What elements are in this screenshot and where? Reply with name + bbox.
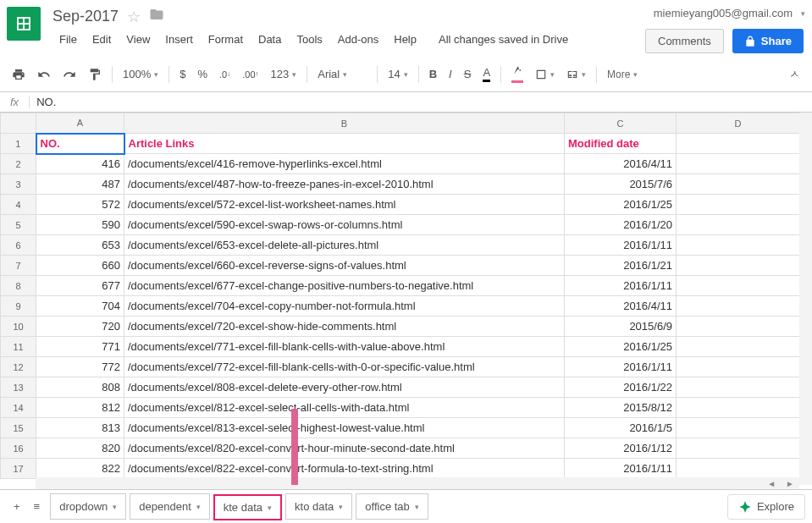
- cell[interactable]: [677, 134, 800, 154]
- cell[interactable]: 720: [36, 317, 124, 337]
- comments-button[interactable]: Comments: [645, 29, 724, 53]
- row-header[interactable]: 7: [1, 256, 36, 276]
- chevron-down-icon[interactable]: ▾: [339, 503, 343, 511]
- row-header[interactable]: 14: [1, 398, 36, 418]
- cell[interactable]: 2016/1/11: [565, 276, 677, 296]
- doc-title[interactable]: Sep-2017: [52, 8, 119, 25]
- cell[interactable]: /documents/excel/590-excel-swap-rows-or-…: [124, 215, 565, 235]
- cell[interactable]: [677, 296, 800, 317]
- cell[interactable]: 812: [36, 398, 124, 418]
- row-header[interactable]: 9: [1, 296, 36, 317]
- cell[interactable]: [677, 174, 800, 195]
- cell[interactable]: [677, 459, 800, 479]
- borders-button[interactable]: [530, 65, 560, 84]
- cell[interactable]: 772: [36, 357, 124, 377]
- cell[interactable]: /documents/excel/822-excel-convert-formu…: [124, 459, 565, 479]
- cell[interactable]: [677, 317, 800, 337]
- merge-button[interactable]: [561, 65, 591, 84]
- menu-data[interactable]: Data: [251, 30, 288, 49]
- cell[interactable]: 653: [36, 235, 124, 256]
- menu-help[interactable]: Help: [387, 30, 423, 49]
- cell[interactable]: [677, 438, 800, 459]
- currency-button[interactable]: $: [174, 64, 191, 84]
- font-select[interactable]: Arial: [312, 64, 372, 84]
- cell[interactable]: 660: [36, 256, 124, 276]
- cell[interactable]: /documents/excel/653-excel-delete-all-pi…: [124, 235, 565, 256]
- cell[interactable]: 2016/4/11: [565, 296, 677, 317]
- cell[interactable]: 808: [36, 377, 124, 398]
- cell[interactable]: 487: [36, 174, 124, 195]
- formula-input[interactable]: NO.: [30, 96, 812, 108]
- cell[interactable]: 2016/1/12: [565, 438, 677, 459]
- cell[interactable]: 2016/1/11: [565, 357, 677, 377]
- percent-button[interactable]: %: [192, 64, 213, 84]
- sheet-tab[interactable]: dependent▾: [130, 493, 209, 520]
- cell[interactable]: [677, 418, 800, 438]
- redo-icon[interactable]: [58, 64, 81, 85]
- sheet-tab[interactable]: office tab▾: [356, 493, 428, 520]
- row-header[interactable]: 5: [1, 215, 36, 235]
- cell[interactable]: /documents/excel/808-excel-delete-every-…: [124, 377, 565, 398]
- cell[interactable]: [677, 377, 800, 398]
- cell[interactable]: [677, 195, 800, 215]
- cell[interactable]: 677: [36, 276, 124, 296]
- row-header[interactable]: 1: [1, 134, 36, 154]
- print-icon[interactable]: [7, 64, 30, 85]
- cell[interactable]: [677, 154, 800, 174]
- more-button[interactable]: More: [602, 65, 643, 84]
- paint-format-icon[interactable]: [83, 64, 107, 85]
- row-header[interactable]: 4: [1, 195, 36, 215]
- cell[interactable]: 572: [36, 195, 124, 215]
- row-header[interactable]: 12: [1, 357, 36, 377]
- col-header[interactable]: A: [36, 113, 124, 134]
- font-size-select[interactable]: 14: [383, 64, 412, 84]
- cell[interactable]: /documents/excel/416-remove-hyperlinks-e…: [124, 154, 565, 174]
- col-header[interactable]: D: [677, 113, 800, 134]
- menu-view[interactable]: View: [119, 30, 157, 49]
- row-header[interactable]: 10: [1, 317, 36, 337]
- undo-icon[interactable]: [32, 64, 56, 85]
- cell[interactable]: 2016/1/21: [565, 256, 677, 276]
- cell[interactable]: 813: [36, 418, 124, 438]
- explore-button[interactable]: Explore: [727, 494, 805, 520]
- cell[interactable]: 2016/1/25: [565, 337, 677, 357]
- cell[interactable]: 822: [36, 459, 124, 479]
- bold-button[interactable]: B: [424, 64, 442, 84]
- col-header[interactable]: B: [124, 113, 565, 134]
- cell[interactable]: /documents/excel/820-excel-convert-hour-…: [124, 438, 565, 459]
- sheet-tab[interactable]: kto data▾: [285, 493, 352, 520]
- row-header[interactable]: 17: [1, 459, 36, 479]
- cell[interactable]: 2016/1/22: [565, 377, 677, 398]
- cell[interactable]: 771: [36, 337, 124, 357]
- cell[interactable]: [677, 398, 800, 418]
- cell[interactable]: 2016/1/20: [565, 215, 677, 235]
- cell[interactable]: /documents/excel/813-excel-select-highes…: [124, 418, 565, 438]
- cell[interactable]: 820: [36, 438, 124, 459]
- menu-tools[interactable]: Tools: [290, 30, 329, 49]
- cell[interactable]: [677, 357, 800, 377]
- cell[interactable]: NO.: [36, 134, 124, 154]
- row-header[interactable]: 16: [1, 438, 36, 459]
- star-icon[interactable]: ☆: [127, 8, 141, 26]
- cell[interactable]: /documents/excel/572-excel-list-workshee…: [124, 195, 565, 215]
- select-all-corner[interactable]: [1, 113, 36, 134]
- cell[interactable]: 2015/6/9: [565, 317, 677, 337]
- italic-button[interactable]: I: [444, 64, 457, 84]
- folder-icon[interactable]: [149, 7, 164, 26]
- cell[interactable]: Modified date: [565, 134, 677, 154]
- cell[interactable]: /documents/excel/660-excel-reverse-signs…: [124, 256, 565, 276]
- zoom-select[interactable]: 100%: [118, 64, 163, 84]
- cell[interactable]: [677, 235, 800, 256]
- sheet-tab[interactable]: kte data▾: [213, 494, 282, 520]
- cell[interactable]: 2015/8/12: [565, 398, 677, 418]
- cell[interactable]: [677, 256, 800, 276]
- chevron-down-icon[interactable]: ▾: [113, 503, 117, 511]
- fill-color-button[interactable]: [506, 62, 528, 86]
- row-header[interactable]: 11: [1, 337, 36, 357]
- cell[interactable]: /documents/excel/771-excel-fill-blank-ce…: [124, 337, 565, 357]
- cell[interactable]: /documents/excel/720-excel-show-hide-com…: [124, 317, 565, 337]
- increase-decimal-button[interactable]: .00↑: [237, 66, 263, 83]
- vertical-scrollbar[interactable]: [799, 113, 812, 485]
- row-header[interactable]: 6: [1, 235, 36, 256]
- row-header[interactable]: 13: [1, 377, 36, 398]
